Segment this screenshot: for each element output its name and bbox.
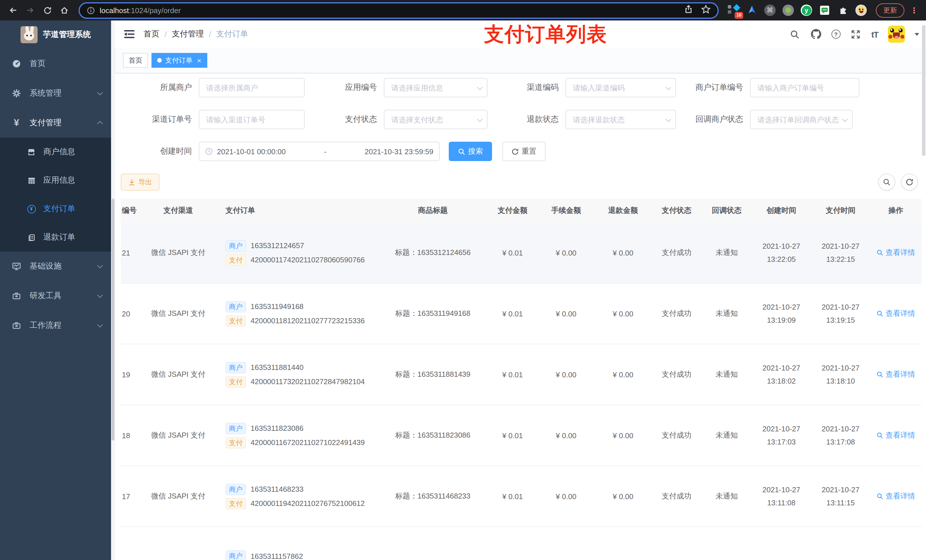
pay-status: 支付成功 — [652, 430, 702, 441]
export-button[interactable]: 导出 — [121, 174, 159, 191]
tab-pay-order[interactable]: 支付订单 × — [151, 53, 207, 68]
page-scrollbar[interactable] — [922, 25, 925, 156]
sidebar-item-home[interactable]: 首页 — [0, 49, 111, 78]
header-search-icon[interactable] — [789, 29, 801, 40]
url-bar[interactable]: localhost:1024/pay/order — [79, 2, 719, 18]
extension-chat-icon[interactable] — [819, 4, 831, 17]
sidebar-item-refund-order[interactable]: 退款订单 — [0, 223, 111, 252]
notify-status: 未通知 — [702, 248, 752, 258]
help-icon[interactable]: ? — [831, 30, 841, 39]
search-icon — [876, 310, 883, 317]
app-id-select[interactable] — [384, 78, 487, 97]
search-icon — [876, 493, 883, 500]
fullscreen-icon[interactable] — [850, 29, 862, 40]
profile-emoji-icon[interactable] — [855, 4, 867, 17]
pay-tag: 支付 — [225, 437, 246, 448]
notify-status: 未通知 — [702, 491, 752, 501]
browser-forward-button[interactable] — [23, 3, 38, 18]
info-icon — [86, 6, 95, 15]
pay-status: 支付成功 — [652, 491, 702, 501]
pay-tag: 支付 — [225, 254, 246, 266]
browser-update-button[interactable]: 更新 — [876, 3, 904, 17]
extension-kite-icon[interactable] — [746, 4, 758, 17]
notify-status: 未通知 — [702, 369, 752, 380]
channel-order-no-input[interactable] — [199, 110, 305, 129]
view-detail-link[interactable]: 查看详情 — [876, 491, 915, 501]
table-row: 17 微信 JSAPI 支付 商户1635311468233 支付4200001… — [121, 466, 921, 527]
view-detail-link[interactable]: 查看详情 — [876, 308, 915, 319]
grid-icon — [26, 176, 36, 185]
search-icon — [876, 432, 883, 439]
view-detail-link[interactable]: 查看详情 — [876, 430, 915, 441]
sidebar-item-dev-tools[interactable]: 研发工具 — [0, 281, 111, 311]
reload-icon — [43, 6, 51, 15]
browser-reload-button[interactable] — [40, 3, 54, 18]
sidebar-scrollbar[interactable] — [111, 21, 115, 560]
sidebar-item-infrastructure[interactable]: 基础设施 — [0, 252, 111, 281]
page-annotation-title: 支付订单列表 — [484, 21, 607, 48]
table-row: 20 微信 JSAPI 支付 商户1635311949168 支付4200001… — [121, 284, 921, 344]
search-button[interactable]: 搜索 — [449, 142, 492, 161]
merchant-order-no-input[interactable] — [750, 78, 859, 97]
filter-label: 应用编号 — [305, 83, 384, 93]
refresh-table-button[interactable] — [901, 174, 918, 191]
filter-label: 商户订单编号 — [676, 83, 750, 93]
bookmark-star-icon[interactable] — [701, 4, 711, 16]
extension-tag-manager-icon[interactable]: 10 — [727, 4, 740, 17]
search-icon — [458, 148, 465, 155]
clock-icon — [205, 147, 213, 155]
home-icon — [60, 6, 69, 15]
extension-gray-green-icon[interactable] — [782, 4, 794, 17]
sidebar-item-app-info[interactable]: 应用信息 — [0, 166, 111, 195]
font-size-icon[interactable]: tT — [872, 29, 878, 39]
active-dot-icon — [157, 58, 162, 63]
page-header: 首页 / 支付管理 / 支付订单 支付订单列表 ? tT — [115, 21, 926, 48]
toggle-search-button[interactable] — [878, 174, 895, 191]
sidebar-item-pay-order[interactable]: ¥ 支付订单 — [0, 195, 111, 223]
download-icon — [128, 178, 136, 186]
reset-button[interactable]: 重置 — [502, 142, 546, 161]
extension-command-icon[interactable]: ⌘ — [764, 4, 776, 17]
merchant-tag: 商户 — [225, 550, 246, 560]
share-icon[interactable] — [684, 5, 693, 16]
briefcase-icon — [11, 321, 22, 330]
filter-label: 回调商户状态 — [676, 115, 750, 125]
extension-y-icon[interactable]: y — [800, 4, 813, 17]
breadcrumb-separator: / — [165, 30, 167, 39]
breadcrumb-home[interactable]: 首页 — [144, 29, 159, 39]
sidebar-item-payment[interactable]: ¥ 支付管理 — [0, 108, 111, 138]
sidebar-item-system[interactable]: 系统管理 — [0, 78, 111, 108]
app-logo[interactable]: 芋道管理系统 — [0, 21, 111, 49]
chevron-down-icon — [97, 322, 103, 328]
table-header: 编号 支付渠道 支付订单 商品标题 支付金额 手续金额 退款金额 支付状态 回调… — [121, 199, 921, 222]
sidebar-item-merchant-info[interactable]: 商户信息 — [0, 138, 111, 166]
tab-close-icon[interactable]: × — [197, 56, 201, 65]
browser-menu-icon[interactable]: ⋮ — [910, 6, 918, 15]
page-content: 所属商户 应用编号 渠道编码 商户订单编号 渠道订单号 支付状态 退款状态 — [115, 73, 926, 560]
create-time-range-input[interactable]: 2021-10-01 00:00:00 - 2021-10-31 23:59:5… — [199, 142, 440, 161]
notify-status-select[interactable] — [750, 110, 853, 129]
shop-icon — [26, 147, 36, 157]
breadcrumb-current: 支付订单 — [216, 29, 248, 39]
view-detail-link[interactable]: 查看详情 — [876, 248, 915, 258]
merchant-select[interactable] — [199, 78, 305, 97]
sidebar-item-workflow[interactable]: 工作流程 — [0, 311, 111, 340]
merchant-tag: 商户 — [225, 483, 246, 495]
browser-home-button[interactable] — [57, 3, 72, 18]
sidebar-fold-icon[interactable] — [123, 28, 136, 41]
avatar-caret-icon[interactable] — [915, 33, 919, 36]
view-detail-link[interactable]: 查看详情 — [876, 369, 915, 380]
pay-status: 支付成功 — [652, 308, 702, 319]
filter-label: 渠道编码 — [487, 83, 566, 93]
app-title: 芋道管理系统 — [43, 30, 91, 40]
yen-icon: ¥ — [11, 117, 22, 128]
browser-back-button[interactable] — [6, 3, 21, 18]
refresh-icon — [905, 178, 914, 186]
github-icon[interactable] — [810, 29, 822, 40]
avatar[interactable] — [888, 26, 905, 43]
extensions-puzzle-icon[interactable] — [837, 4, 849, 17]
tab-home[interactable]: 首页 — [123, 53, 148, 68]
channel-code-select[interactable] — [566, 78, 676, 97]
pay-status-select[interactable] — [384, 110, 487, 129]
refund-status-select[interactable] — [566, 110, 676, 129]
